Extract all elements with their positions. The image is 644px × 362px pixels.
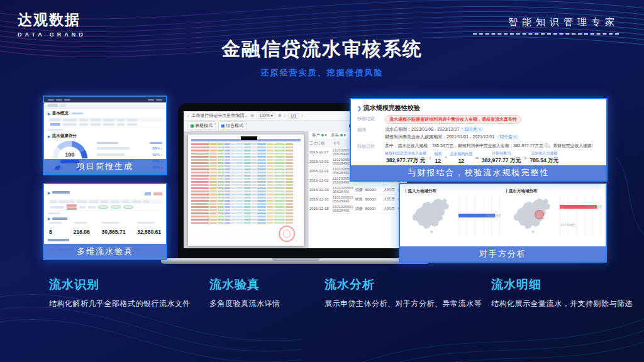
formula-label: 计算结果为 — [482, 151, 521, 156]
formula-label: 流水期间跨度 — [450, 151, 472, 157]
verify-panel: ▶ ▶ 8 216.06 30,865.71 32,580.61 — [43, 183, 167, 260]
zoom-level-value: 100% — [259, 113, 270, 118]
list-item[interactable]: 88% › — [97, 146, 162, 150]
operator: > — [524, 155, 527, 161]
slide: 达观数据 DATA GRAND 智能知识管理专家 金融信贷流水审核系统 还原经营… — [0, 0, 644, 362]
brand-tagline: 智能知识管理专家 — [473, 16, 619, 28]
table-cell: 2016-12-18 — [309, 204, 332, 214]
chevron-right-icon: 88% › — [152, 146, 162, 150]
period-tag1-text: 12个月 — [464, 127, 477, 131]
verify-table-header — [48, 199, 162, 204]
formula-value: 382,977.77 万元 — [482, 157, 521, 165]
overview-mode-icon — [221, 124, 225, 128]
health-score-gauge: 100 — [52, 141, 87, 158]
next-page-icon[interactable]: › — [301, 114, 303, 118]
zoom-level-select[interactable]: 100% ▾ — [257, 112, 275, 119]
status-badge — [123, 206, 133, 209]
china-map — [404, 196, 457, 236]
score-section-header: ▶流水健康评分 — [48, 133, 162, 139]
table-cell: 消费 — [355, 185, 365, 195]
formula-label: 流水收入总规模 — [530, 151, 558, 156]
brand-tagline-block: 智能知识管理专家 — [473, 16, 619, 35]
table-cell: 转账 — [355, 195, 365, 204]
status-badge — [98, 206, 108, 209]
table-mode-icon — [191, 124, 194, 128]
prev-page-icon[interactable]: ‹ — [284, 114, 286, 118]
bank-stamp — [279, 226, 295, 242]
briefing-tabs[interactable] — [44, 102, 166, 109]
feature-desc: 多角度验真流水详情 — [209, 299, 319, 309]
region-hotspot — [535, 210, 544, 219]
verify-caption: 多维流水验真 — [44, 244, 166, 259]
basic-section-header: ▶基本概况 — [48, 111, 162, 116]
basic-table-row[interactable] — [48, 122, 162, 128]
status-badge — [111, 206, 121, 209]
feature-recognition: 流水识别 结构化解析几乎全部格式的银行流水文件 — [49, 277, 206, 309]
table-cell: 人民币 — [383, 204, 397, 214]
table-row[interactable]: 2016-12-101102026501 05628490转账80000人民币借 — [309, 195, 407, 204]
stat-value: 30,865.71 — [102, 229, 126, 235]
table-row[interactable] — [48, 204, 162, 211]
edit-icon[interactable]: ✎ — [513, 135, 516, 139]
table-cell: 2016-12-10 — [309, 195, 332, 204]
feature-desc: 展示申贷主体分析、对手方分析、异常流水等 — [325, 299, 488, 309]
period-tag2[interactable]: 12个月 ✎ — [496, 134, 519, 140]
page-title: 金融信贷流水审核系统 — [0, 36, 644, 62]
redaction-box — [241, 136, 257, 140]
zoom-in-icon[interactable]: ⊕ — [278, 113, 282, 118]
period-line2-text: 财报利润表营业收入披露期间：2021/01/01 - 2021/12/01 — [385, 134, 494, 140]
conclusion-pill: 流水规模不能覆盖财报利润表中营业收入金额，请核查流水真实性 — [385, 115, 521, 124]
filter-customer-label: 客户 — [312, 133, 320, 137]
back-icon[interactable]: ‹ — [187, 114, 189, 118]
filter-customer[interactable]: 客户 ▾ — [312, 133, 327, 138]
scale-check-panel: ❯流水规模完整性校验 校验结论 流水规模不能覆盖财报利润表中营业收入金额，请核查… — [350, 98, 608, 182]
formula-label: 财报利润表营业收入金额 — [385, 151, 426, 156]
period-tag2-text: 12个月 — [499, 134, 512, 139]
formula-row: 财报利润表营业收入金额382,977.77万 元 / 期间12 * 流水期间跨度… — [385, 151, 592, 165]
feature-detail: 流水明细 结构化展示全量流水，并支持剔除与筛选 — [491, 277, 636, 309]
formula-value: 382,977.77万 元 — [385, 157, 426, 165]
period-line1-text: 流水总期间：2023/01/08 - 2023/12/27 — [385, 126, 459, 133]
column-header: 工作日期 — [309, 140, 332, 148]
filter-header-label: 表头 — [331, 133, 339, 137]
table-cell: 1102026501 05628490 — [332, 204, 355, 214]
table-row[interactable]: 2016-12-181102026501 05628490消费80000人民币借 — [309, 204, 407, 214]
outflow-chart-title: 丨流出方地域分布 — [505, 189, 602, 194]
outflow-chart-block: 丨流出方地域分布 84,846.88万 2.17 0.04万 — [505, 189, 602, 236]
brand-name-cn: 达观数据 — [18, 10, 86, 30]
status-dot-icon — [340, 134, 343, 136]
brand-logo: 达观数据 DATA GRAND — [18, 10, 86, 38]
bank-statement-page — [188, 134, 304, 246]
page-indicator: 1/1 — [288, 113, 299, 119]
edit-icon[interactable]: ✎ — [478, 128, 481, 131]
overview-mode-button[interactable]: 综合模式 — [218, 121, 247, 130]
table-row[interactable]: 2016-12-031102026501 05628490消费50000人民币借 — [309, 185, 407, 195]
basic-section-title: 基本概况 — [52, 111, 69, 116]
feature-desc: 结构化解析几乎全部格式的银行流水文件 — [49, 299, 206, 309]
health-score-value: 100 — [52, 151, 87, 158]
status-dot-icon — [321, 134, 324, 136]
period-tag1[interactable]: 12个月 ✎ — [461, 127, 484, 133]
table-mode-button[interactable]: 表格模式 — [187, 121, 216, 130]
conclusion-label: 校验结论 — [357, 115, 385, 122]
zoom-out-icon[interactable]: ⊖ — [250, 113, 254, 118]
table-cell: 80000 — [365, 204, 383, 214]
statement-rows — [191, 143, 301, 224]
list-item[interactable]: 92% › — [97, 153, 162, 156]
operator: / — [430, 155, 431, 161]
feature-title: 流水分析 — [325, 277, 488, 293]
feature-analysis: 流水分析 展示申贷主体分析、对手方分析、异常流水等 — [325, 277, 488, 309]
table-mode-label: 表格模式 — [195, 123, 213, 129]
document-pane[interactable] — [184, 131, 308, 248]
counterparty-panel: 丨流入方地域分布 84,811.84万 丨流出方地域分布 — [399, 183, 607, 263]
filter-header[interactable]: 表头 ▾ — [331, 133, 346, 138]
verify-section3-header — [48, 239, 162, 241]
stat-value: 32,580.61 — [137, 229, 161, 235]
table-cell: 80000 — [365, 195, 383, 204]
period-line1: 流水总期间：2023/01/08 - 2023/12/27 12个月 ✎ — [385, 126, 519, 133]
table-cell: 人民币 — [383, 185, 397, 195]
process-text: 其中，流水总收入规模：785.54万元，财报利润表中营业收入金额：382,977… — [385, 143, 592, 149]
verify-section1-header: ▶ — [48, 190, 70, 195]
formula-label: 期间 — [434, 151, 441, 157]
table-cell: 2016-12-01 — [309, 157, 332, 167]
